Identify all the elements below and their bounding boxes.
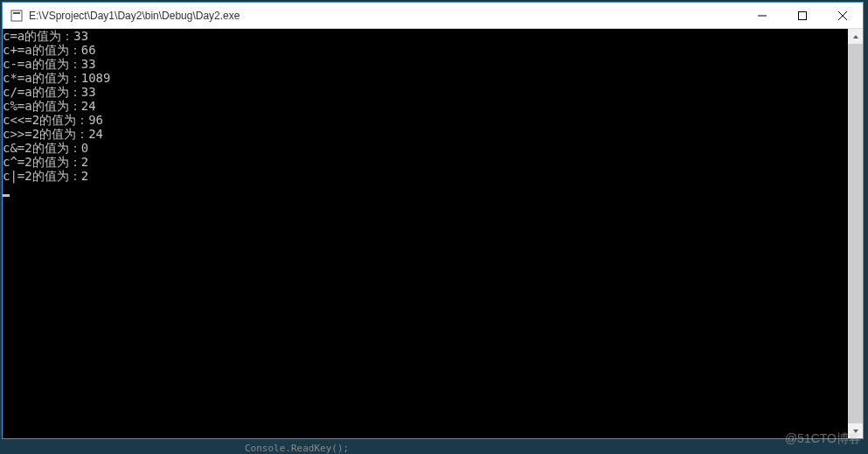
- code-snippet: Console.ReadKey();: [245, 443, 349, 454]
- svg-rect-3: [799, 11, 807, 19]
- console-line: c=a的值为：33: [3, 29, 88, 43]
- console-line: c^=2的值为：2: [3, 155, 88, 169]
- console-output[interactable]: c=a的值为：33 c+=a的值为：66 c-=a的值为：33 c*=a的值为：…: [3, 29, 863, 438]
- console-line: c|=2的值为：2: [3, 169, 88, 183]
- console-line: c&=2的值为：0: [3, 141, 88, 155]
- window-controls: [742, 3, 863, 28]
- console-line: c%=a的值为：24: [3, 99, 96, 113]
- maximize-button[interactable]: [782, 3, 823, 28]
- titlebar: E:\VSproject\Day1\Day2\bin\Debug\Day2.ex…: [3, 3, 863, 29]
- vertical-scrollbar[interactable]: [848, 29, 863, 438]
- console-line: c-=a的值为：33: [3, 57, 96, 71]
- window-title: E:\VSproject\Day1\Day2\bin\Debug\Day2.ex…: [29, 10, 742, 22]
- console-line: c+=a的值为：66: [3, 43, 96, 57]
- console-text: c=a的值为：33 c+=a的值为：66 c-=a的值为：33 c*=a的值为：…: [3, 29, 863, 197]
- svg-rect-0: [11, 10, 22, 21]
- scroll-down-button[interactable]: [848, 423, 863, 438]
- scroll-up-button[interactable]: [848, 29, 863, 44]
- app-icon: [10, 9, 24, 23]
- console-line: c<<=2的值为：96: [3, 113, 103, 127]
- close-button[interactable]: [823, 3, 863, 28]
- minimize-button[interactable]: [742, 3, 782, 28]
- cursor: [3, 194, 10, 197]
- console-line: c/=a的值为：33: [3, 85, 96, 99]
- console-line: c*=a的值为：1089: [3, 71, 110, 85]
- console-window: E:\VSproject\Day1\Day2\bin\Debug\Day2.ex…: [2, 2, 864, 439]
- svg-rect-1: [13, 12, 20, 14]
- editor-background: Console.ReadKey();: [0, 442, 868, 454]
- scroll-track[interactable]: [848, 44, 863, 423]
- scroll-thumb[interactable]: [848, 44, 863, 423]
- console-line: c>>=2的值为：24: [3, 127, 103, 141]
